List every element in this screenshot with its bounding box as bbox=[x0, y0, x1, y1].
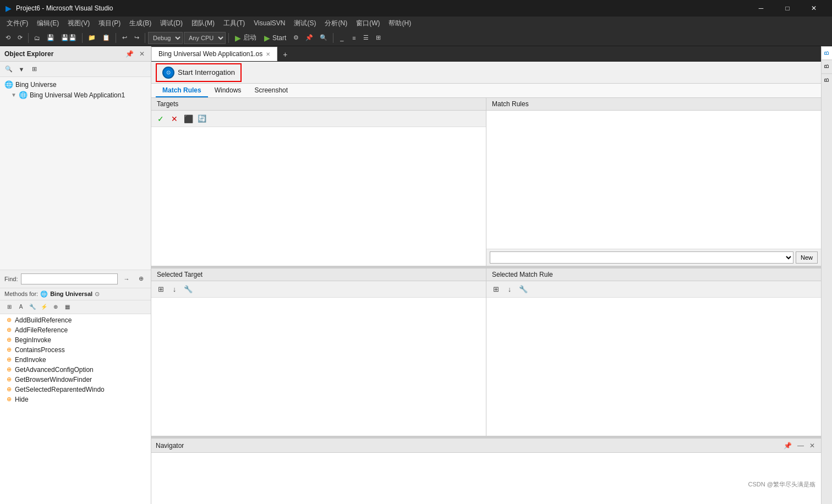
method-item-3[interactable]: ⊕ ContainsProcess bbox=[0, 345, 151, 355]
find-input[interactable] bbox=[21, 273, 118, 284]
menu-test[interactable]: 测试(S) bbox=[289, 17, 320, 30]
toolbar-btn-7[interactable]: 📋 bbox=[100, 31, 113, 45]
toolbar-btn-6[interactable]: 📁 bbox=[85, 31, 98, 45]
doc-tab-active[interactable]: Bing Universal Web Application1.os ✕ bbox=[151, 47, 277, 61]
menu-file[interactable]: 文件(F) bbox=[2, 17, 32, 30]
debug-config-select[interactable]: Debug bbox=[148, 32, 183, 44]
toolbar-extra-7[interactable]: ⊞ bbox=[373, 31, 384, 45]
close-button[interactable]: ✕ bbox=[801, 0, 826, 17]
smr-wrench-icon: 🔧 bbox=[519, 285, 528, 293]
menu-help[interactable]: 帮助(H) bbox=[384, 17, 415, 30]
menu-project[interactable]: 项目(P) bbox=[94, 17, 125, 30]
method-item-7[interactable]: ⊕ GetSelectedReparentedWindo bbox=[0, 385, 151, 395]
st-sort-button[interactable]: ↓ bbox=[168, 283, 180, 295]
targets-add-button[interactable]: ✓ bbox=[155, 113, 167, 125]
oe-filter-button[interactable]: ▼ bbox=[16, 64, 27, 75]
title-controls: ─ □ ✕ bbox=[748, 0, 826, 17]
toolbar-sep-3 bbox=[116, 33, 116, 43]
nav-minimize-button[interactable]: — bbox=[796, 441, 806, 450]
toolbar-btn-2[interactable]: ⟳ bbox=[14, 31, 25, 45]
menu-tools[interactable]: 工具(T) bbox=[219, 17, 249, 30]
nav-pin-button[interactable]: 📌 bbox=[782, 441, 793, 450]
tab-add-button[interactable]: + bbox=[278, 48, 292, 61]
toolbar-extra-5[interactable]: ≡ bbox=[348, 31, 359, 45]
smr-grid-button[interactable]: ⊞ bbox=[490, 283, 502, 295]
oe-tree-item[interactable]: ▼ 🌐 Bing Universal Web Application1 bbox=[0, 90, 151, 100]
toolbar-extra-3[interactable]: 🔍 bbox=[317, 31, 330, 45]
sub-tab-match-rules[interactable]: Match Rules bbox=[156, 84, 208, 97]
navigator-panel: Navigator 📌 — ✕ bbox=[151, 438, 821, 504]
toolbar-btn-5[interactable]: 💾💾 bbox=[58, 31, 79, 45]
right-tabs: B B B bbox=[821, 46, 832, 504]
sub-tab-windows[interactable]: Windows bbox=[208, 84, 248, 97]
start-interrogation-button[interactable]: ⊙ Start Interrogation bbox=[156, 63, 242, 82]
toolbar-extra-1[interactable]: ⚙ bbox=[291, 31, 302, 45]
right-tab-b1[interactable]: B bbox=[822, 46, 832, 59]
match-rules-dropdown[interactable] bbox=[490, 251, 793, 264]
targets-refresh-button[interactable]: 🔄 bbox=[196, 113, 208, 125]
mtb-plus-button[interactable]: ⊕ bbox=[51, 302, 61, 312]
targets-error-button[interactable]: ⬛ bbox=[182, 113, 194, 125]
vs-icon: ▶ bbox=[6, 4, 12, 13]
mtb-hash-button[interactable]: ▦ bbox=[62, 302, 72, 312]
method-item-0[interactable]: ⊕ AddBuildReference bbox=[0, 315, 151, 325]
oe-search-button[interactable]: 🔍 bbox=[3, 64, 14, 75]
match-rules-new-button[interactable]: New bbox=[796, 251, 818, 264]
mtb-text-button[interactable]: A bbox=[16, 302, 26, 312]
sub-tab-screenshot[interactable]: Screenshot bbox=[248, 84, 294, 97]
oe-root-item[interactable]: 🌐 Bing Universe bbox=[0, 79, 151, 90]
method-item-2[interactable]: ⊕ BeginInvoke bbox=[0, 335, 151, 345]
oe-close-button[interactable]: ✕ bbox=[138, 50, 146, 58]
targets-remove-button[interactable]: ✕ bbox=[168, 113, 180, 125]
menu-view[interactable]: 视图(V) bbox=[63, 17, 94, 30]
toolbar-btn-4[interactable]: 💾 bbox=[44, 31, 57, 45]
cpu-config-select[interactable]: Any CPU bbox=[184, 32, 226, 44]
find-options-button[interactable]: ⊕ bbox=[135, 273, 146, 284]
toolbar-extra-2[interactable]: 📌 bbox=[303, 31, 316, 45]
nav-title: Navigator bbox=[156, 442, 184, 450]
toolbar-btn-1[interactable]: ⟲ bbox=[2, 31, 13, 45]
mtb-grid-button[interactable]: ⊞ bbox=[4, 302, 14, 312]
minimize-button[interactable]: ─ bbox=[748, 0, 774, 17]
method-item-6[interactable]: ⊕ GetBrowserWindowFinder bbox=[0, 375, 151, 385]
method-item-4[interactable]: ⊕ EndInvoke bbox=[0, 355, 151, 365]
st-grid-button[interactable]: ⊞ bbox=[155, 283, 167, 295]
start-play-icon: ▶ bbox=[264, 34, 270, 42]
oe-sort-button[interactable]: ⊞ bbox=[29, 64, 40, 75]
right-tab-b2[interactable]: B bbox=[822, 59, 832, 73]
smr-wrench-button[interactable]: 🔧 bbox=[517, 283, 529, 295]
toolbar-btn-3[interactable]: 🗂 bbox=[31, 31, 43, 45]
mtb-wrench-button[interactable]: 🔧 bbox=[28, 302, 37, 312]
menu-debug[interactable]: 调试(D) bbox=[156, 17, 187, 30]
menu-build[interactable]: 生成(B) bbox=[125, 17, 156, 30]
st-grid-icon: ⊞ bbox=[158, 285, 164, 293]
main-layout: Object Explorer 📌 ✕ 🔍 ▼ ⊞ 🌐 Bing Univers… bbox=[0, 46, 832, 504]
oe-title-bar: Object Explorer 📌 ✕ bbox=[0, 46, 151, 62]
method-item-8[interactable]: ⊕ Hide bbox=[0, 395, 151, 404]
maximize-button[interactable]: □ bbox=[775, 0, 800, 17]
toolbar-extra-4[interactable]: ⎯ bbox=[336, 31, 347, 45]
tab-close-button[interactable]: ✕ bbox=[266, 51, 270, 57]
menu-analyze[interactable]: 分析(N) bbox=[320, 17, 352, 30]
start-button[interactable]: ▶ Start bbox=[261, 34, 289, 42]
smr-sort-button[interactable]: ↓ bbox=[503, 283, 516, 295]
menu-edit[interactable]: 编辑(E) bbox=[32, 17, 63, 30]
toolbar-btn-redo[interactable]: ↪ bbox=[131, 31, 142, 45]
menu-window[interactable]: 窗口(W) bbox=[352, 17, 384, 30]
st-wrench-button[interactable]: 🔧 bbox=[182, 283, 194, 295]
method-label-2: BeginInvoke bbox=[15, 336, 51, 344]
toolbar-extra-6[interactable]: ☰ bbox=[360, 31, 371, 45]
toolbar-btn-undo[interactable]: ↩ bbox=[119, 31, 130, 45]
find-next-button[interactable]: → bbox=[121, 273, 132, 284]
method-item-5[interactable]: ⊕ GetAdvancedConfigOption bbox=[0, 365, 151, 375]
run-button[interactable]: ▶ 启动 bbox=[232, 33, 260, 42]
methods-toolbar: ⊞ A 🔧 ⚡ ⊕ ▦ bbox=[0, 300, 151, 314]
oe-pin-button[interactable]: 📌 bbox=[124, 50, 135, 58]
menu-visualsvn[interactable]: VisualSVN bbox=[249, 17, 289, 30]
right-tab-b3[interactable]: B bbox=[822, 73, 832, 86]
method-item-1[interactable]: ⊕ AddFileReference bbox=[0, 325, 151, 335]
nav-close-button[interactable]: ✕ bbox=[808, 441, 817, 450]
mtb-lightning-button[interactable]: ⚡ bbox=[39, 302, 49, 312]
menu-team[interactable]: 团队(M) bbox=[187, 17, 219, 30]
selected-target-header: Selected Target bbox=[151, 269, 486, 281]
